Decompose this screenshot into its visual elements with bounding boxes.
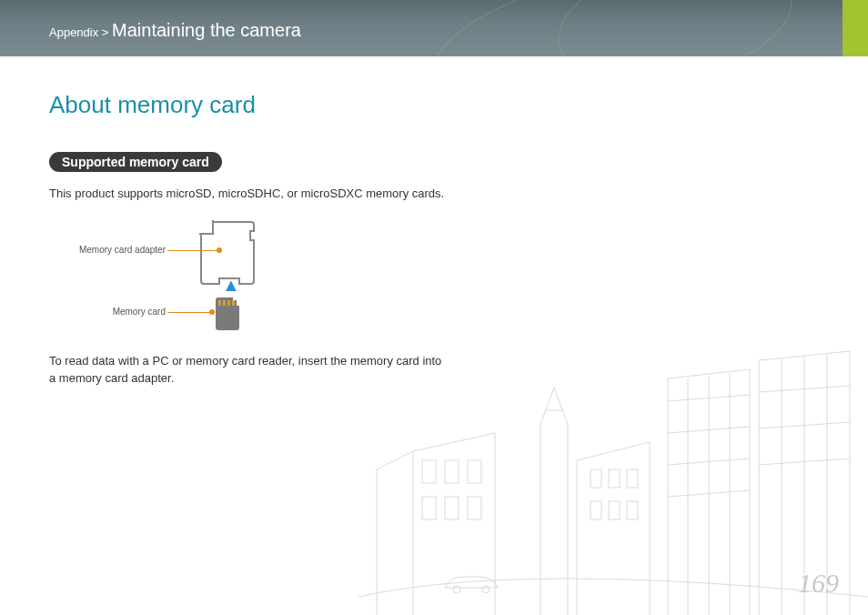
memory-card-diagram: ▲ Memory card adapter Memory card (66, 219, 284, 338)
leader-dot-card (209, 309, 215, 315)
svg-rect-5 (468, 497, 481, 519)
subheading-pill: Supported memory card (49, 152, 222, 172)
arrow-up-icon: ▲ (222, 276, 240, 294)
leader-dot-adapter (217, 247, 222, 253)
svg-rect-1 (445, 460, 459, 483)
page-title: About memory card (49, 91, 449, 119)
leader-line-adapter (167, 250, 218, 251)
svg-rect-8 (627, 469, 638, 488)
svg-rect-7 (609, 469, 620, 488)
svg-rect-4 (445, 497, 459, 519)
microsd-icon (216, 297, 239, 330)
svg-point-26 (482, 586, 490, 593)
page-number: 169 (798, 568, 839, 599)
leader-line-card (167, 312, 211, 313)
svg-rect-10 (609, 501, 620, 519)
svg-rect-3 (422, 497, 436, 519)
breadcrumb-prefix: Appendix > (49, 25, 108, 39)
svg-rect-11 (627, 501, 638, 519)
diagram-label-card: Memory card (66, 307, 166, 317)
svg-rect-9 (590, 501, 601, 519)
diagram-label-adapter: Memory card adapter (66, 245, 166, 255)
breadcrumb-section: Maintaining the camera (112, 20, 301, 40)
svg-rect-0 (422, 460, 436, 483)
breadcrumb: Appendix > Maintaining the camera (49, 20, 301, 41)
svg-point-25 (453, 586, 460, 593)
svg-rect-6 (590, 469, 601, 488)
side-accent-tab (843, 0, 868, 56)
intro-text: This product supports microSD, microSDHC… (49, 185, 449, 203)
background-illustration (358, 324, 868, 615)
svg-rect-2 (468, 460, 481, 483)
